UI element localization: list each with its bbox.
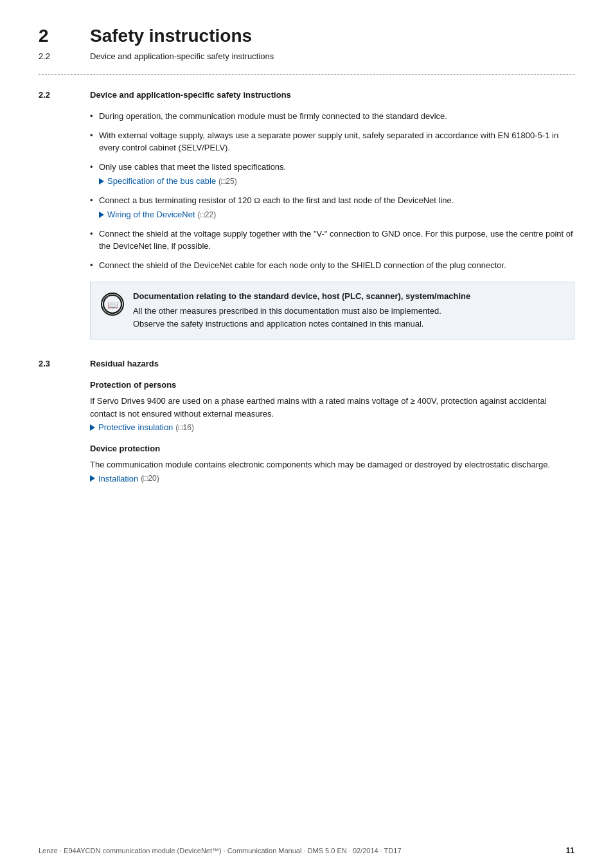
section-2-2: 2.2 Device and application-specific safe… <box>39 90 574 339</box>
list-item: With external voltage supply, always use… <box>90 129 574 154</box>
wiring-devicenet-link[interactable]: Wiring of the DeviceNet <box>107 208 195 221</box>
sub-header-number: 2.2 <box>39 51 90 61</box>
page-header: 2 Safety instructions <box>39 26 574 46</box>
section-2-3-title: Residual hazards <box>90 359 159 368</box>
wiring-devicenet-row: Wiring of the DeviceNet (□22) <box>99 208 574 221</box>
triangle-icon <box>99 178 104 185</box>
section-2-2-header: 2.2 Device and application-specific safe… <box>39 90 574 100</box>
section-2-2-number: 2.2 <box>39 90 90 100</box>
note-box: 📖 Documentation relating to the standard… <box>90 282 574 339</box>
bullet-6-text: Connect the shield of the DeviceNet cabl… <box>99 260 506 270</box>
protection-persons-title: Protection of persons <box>90 380 574 390</box>
installation-ref: (□20) <box>141 474 159 483</box>
installation-link[interactable]: Installation <box>98 474 138 484</box>
sub-header-title: Device and application-specific safety i… <box>90 51 274 61</box>
bullet-list: During operation, the communication modu… <box>90 110 574 271</box>
sub-header: 2.2 Device and application-specific safe… <box>39 51 574 61</box>
section-2-2-content: During operation, the communication modu… <box>90 110 574 339</box>
note-content: Documentation relating to the standard d… <box>133 291 564 330</box>
note-line2: Observe the safety instructions and appl… <box>133 318 564 330</box>
chapter-title: Safety instructions <box>90 26 252 46</box>
footer-left-text: Lenze · E94AYCDN communication module (D… <box>39 847 402 854</box>
triangle-icon <box>90 424 95 431</box>
section-2-3-content: Protection of persons If Servo Drives 94… <box>90 380 574 484</box>
page: 2 Safety instructions 2.2 Device and app… <box>0 0 613 868</box>
section-2-3-number: 2.3 <box>39 359 90 368</box>
triangle-icon <box>99 212 104 218</box>
device-protection-title: Device protection <box>90 444 574 453</box>
bullet-3-text: Only use cables that meet the listed spe… <box>99 162 286 172</box>
bullet-1-text: During operation, the communication modu… <box>99 111 447 121</box>
device-protection-text: The communication module contains electr… <box>90 458 574 471</box>
section-2-3: 2.3 Residual hazards Protection of perso… <box>39 359 574 484</box>
triangle-icon <box>90 475 95 482</box>
bullet-2-text: With external voltage supply, always use… <box>99 131 558 153</box>
list-item: Connect the shield of the DeviceNet cabl… <box>90 259 574 272</box>
protection-persons-text: If Servo Drives 9400 are used on a phase… <box>90 395 574 420</box>
dashed-separator <box>39 74 574 75</box>
chapter-number: 2 <box>39 26 90 46</box>
spec-bus-cable-ref: (□25) <box>218 176 237 187</box>
wiring-devicenet-ref: (□22) <box>198 209 217 221</box>
list-item: Connect the shield at the voltage supply… <box>90 228 574 253</box>
note-line1: All the other measures prescribed in thi… <box>133 305 564 318</box>
protective-insulation-ref: (□16) <box>175 423 194 432</box>
page-footer: Lenze · E94AYCDN communication module (D… <box>39 846 574 855</box>
list-item: Only use cables that meet the listed spe… <box>90 161 574 188</box>
note-title: Documentation relating to the standard d… <box>133 291 564 301</box>
protective-insulation-link[interactable]: Protective insulation <box>98 422 173 432</box>
list-item: Connect a bus terminating resistor of 12… <box>90 194 574 221</box>
note-icon: 📖 <box>101 293 124 316</box>
svg-text:📖: 📖 <box>107 300 119 311</box>
section-2-3-header: 2.3 Residual hazards <box>39 359 574 368</box>
protective-insulation-row: Protective insulation (□16) <box>90 422 574 432</box>
section-2-2-title: Device and application-specific safety i… <box>90 90 291 100</box>
spec-bus-cable-row: Specification of the bus cable (□25) <box>99 175 574 188</box>
installation-row: Installation (□20) <box>90 474 574 484</box>
bullet-4-text: Connect a bus terminating resistor of 12… <box>99 195 454 205</box>
list-item: During operation, the communication modu… <box>90 110 574 123</box>
note-svg-icon: 📖 <box>102 294 123 314</box>
footer-page-number: 11 <box>566 846 574 855</box>
bullet-5-text: Connect the shield at the voltage supply… <box>99 229 573 251</box>
spec-bus-cable-link[interactable]: Specification of the bus cable <box>107 175 216 188</box>
